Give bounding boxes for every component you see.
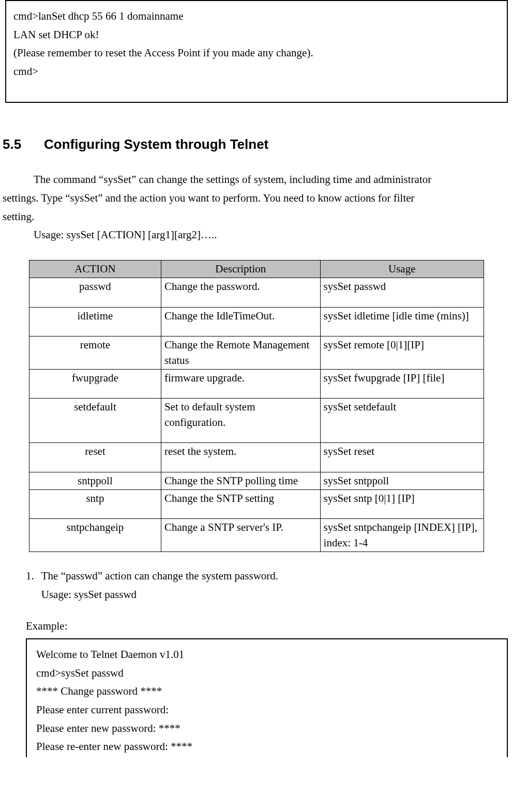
section-heading: 5.5Configuring System through Telnet: [3, 134, 513, 156]
terminal-line: Please enter current password:: [36, 701, 497, 719]
table-row: sntp Change the SNTP setting sysSet sntp…: [29, 490, 484, 519]
intro-paragraph-line: setting.: [3, 208, 510, 226]
terminal-line: **** Change password ****: [36, 682, 497, 701]
table-header-usage: Usage: [320, 261, 484, 278]
table-header-row: ACTION Description Usage: [29, 261, 484, 278]
cell-description: Change the SNTP setting: [161, 490, 320, 519]
example-label: Example:: [26, 618, 513, 635]
table-header-action: ACTION: [29, 261, 161, 278]
cell-usage: sysSet idletime [idle time (mins)]: [320, 307, 484, 336]
section-title: Configuring System through Telnet: [44, 136, 268, 152]
terminal-line: cmd>lanSet dhcp 55 66 1 domainname: [13, 7, 500, 26]
cell-usage: sysSet setdefault: [320, 399, 484, 443]
cell-action: passwd: [29, 278, 161, 307]
cell-description: Change the SNTP polling time: [161, 472, 320, 489]
table-row: passwd Change the password. sysSet passw…: [29, 278, 484, 307]
cell-action: idletime: [29, 307, 161, 336]
cell-action: fwupgrade: [29, 370, 161, 399]
terminal-line: cmd>: [13, 63, 500, 81]
cell-action: sntppoll: [29, 472, 161, 489]
cell-action: reset: [29, 443, 161, 472]
cell-usage: sysSet sntppoll: [320, 472, 484, 489]
terminal-line: Welcome to Telnet Daemon v1.01: [36, 646, 497, 664]
table-row: fwupgrade firmware upgrade. sysSet fwupg…: [29, 370, 484, 399]
table-row: remote Change the Remote Management stat…: [29, 336, 484, 370]
table-row: reset reset the system. sysSet reset: [29, 443, 484, 472]
cell-usage: sysSet reset: [320, 443, 484, 472]
list-item: 1. The “passwd” action can change the sy…: [26, 568, 510, 603]
intro-paragraph-line: The command “sysSet” can change the sett…: [3, 171, 510, 189]
cell-action: setdefault: [29, 399, 161, 443]
cell-usage: sysSet passwd: [320, 278, 484, 307]
action-table: ACTION Description Usage passwd Change t…: [29, 260, 484, 552]
intro-paragraph-line: settings. Type “sysSet” and the action y…: [3, 189, 510, 208]
cell-description: Change the password.: [161, 278, 320, 307]
terminal-output-box-1: cmd>lanSet dhcp 55 66 1 domainname LAN s…: [5, 0, 508, 103]
cell-description: Change the IdleTimeOut.: [161, 307, 320, 336]
terminal-line: Please re-enter new password: ****: [36, 738, 497, 756]
terminal-line: Please enter new password: ****: [36, 719, 497, 738]
cell-description: reset the system.: [161, 443, 320, 472]
cell-description: firmware upgrade.: [161, 370, 320, 399]
list-body: The “passwd” action can change the syste…: [41, 568, 510, 603]
table-row: sntpchangeip Change a SNTP server's IP. …: [29, 519, 484, 552]
cell-description: Change the Remote Management status: [161, 336, 320, 370]
cell-action: sntp: [29, 490, 161, 519]
terminal-line: cmd>sysSet passwd: [36, 664, 497, 683]
cell-action: sntpchangeip: [29, 519, 161, 552]
list-sub-usage: Usage: sysSet passwd: [41, 586, 510, 604]
table-header-description: Description: [161, 261, 320, 278]
list-text: The “passwd” action can change the syste…: [41, 568, 510, 585]
terminal-line: (Please remember to reset the Access Poi…: [13, 44, 500, 63]
numbered-list: 1. The “passwd” action can change the sy…: [26, 568, 510, 603]
section-number: 5.5: [3, 134, 44, 156]
usage-line: Usage: sysSet [ACTION] [arg1][arg2]…..: [3, 226, 510, 244]
cell-usage: sysSet fwupgrade [IP] [file]: [320, 370, 484, 399]
cell-usage: sysSet sntpchangeip [INDEX] [IP], index:…: [320, 519, 484, 552]
cell-description: Change a SNTP server's IP.: [161, 519, 320, 552]
cell-description: Set to default system configuration.: [161, 399, 320, 443]
cell-action: remote: [29, 336, 161, 370]
cell-usage: sysSet sntp [0|1] [IP]: [320, 490, 484, 519]
table-row: setdefault Set to default system configu…: [29, 399, 484, 443]
terminal-output-box-2: Welcome to Telnet Daemon v1.01 cmd>sysSe…: [26, 638, 508, 757]
table-row: idletime Change the IdleTimeOut. sysSet …: [29, 307, 484, 336]
list-number: 1.: [26, 568, 34, 603]
table-row: sntppoll Change the SNTP polling time sy…: [29, 472, 484, 489]
terminal-line: LAN set DHCP ok!: [13, 26, 500, 44]
cell-usage: sysSet remote [0|1][IP]: [320, 336, 484, 370]
